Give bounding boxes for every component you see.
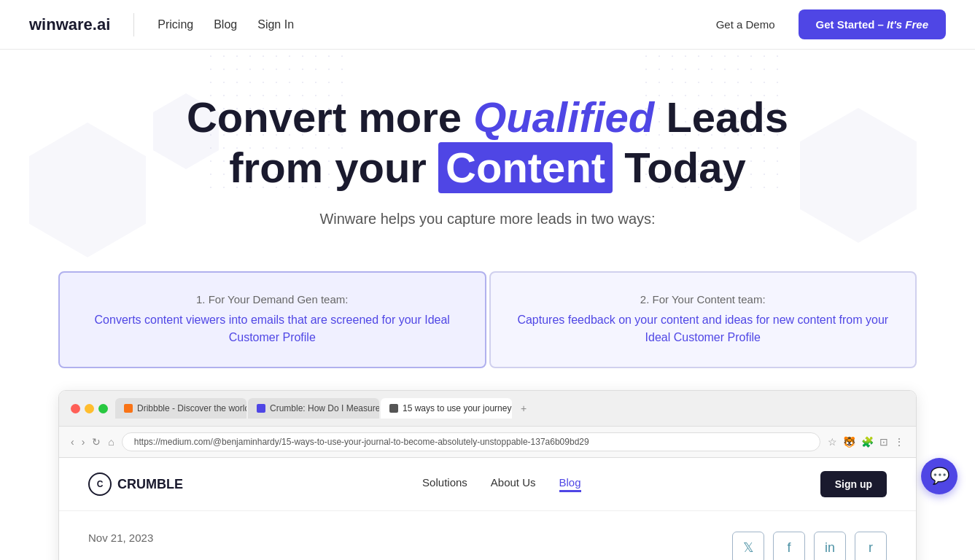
logo: winware.ai (29, 15, 110, 34)
browser-toolbar-icons: ☆ 🐯 🧩 ⊡ ⋮ (828, 436, 904, 448)
inner-link-blog[interactable]: Blog (559, 476, 581, 492)
card-text-2: Captures feedback on your content and id… (517, 311, 890, 346)
browser-tab-2[interactable]: 15 ways to use your journey to... ✕ (381, 398, 512, 419)
tab-label-1: Crumble: How Do I Measure... (270, 403, 379, 413)
tab-favicon-2 (389, 404, 398, 413)
bookmark-icon[interactable]: ☆ (828, 436, 837, 448)
browser-tab-1[interactable]: Crumble: How Do I Measure... ✕ (248, 398, 379, 419)
hero-title: Convert more Qualified Leads from your C… (29, 93, 946, 193)
nav-link-blog[interactable]: Blog (214, 18, 237, 31)
inner-content: Nov 21, 2023 𝕏 f in r (59, 511, 916, 560)
chat-bubble-button[interactable]: 💬 (921, 458, 957, 494)
inner-signup-button[interactable]: Sign up (820, 471, 887, 497)
get-started-button[interactable]: Get Started – It's Free (799, 9, 946, 39)
tab-label-0: Dribbble - Discover the world... (137, 403, 246, 413)
back-button[interactable]: ‹ (71, 436, 74, 448)
new-tab-button[interactable]: + (513, 398, 534, 419)
inner-logo-text: CRUMBLE (117, 477, 183, 492)
twitter-share-button[interactable]: 𝕏 (732, 532, 764, 560)
inner-logo: C CRUMBLE (88, 472, 183, 496)
inner-nav-links: Solutions About Us Blog (422, 476, 580, 492)
inner-logo-icon: C (88, 472, 112, 496)
home-button[interactable]: ⌂ (108, 436, 114, 448)
demo-button[interactable]: Get a Demo (704, 12, 787, 36)
nav-divider (133, 13, 134, 36)
nav-link-signin[interactable]: Sign In (257, 18, 294, 31)
started-label: Get Started – (816, 18, 887, 31)
reddit-share-button[interactable]: r (855, 532, 887, 560)
url-field[interactable]: https://medium.com/@benjaminhardy/15-way… (122, 432, 820, 451)
inner-page: C CRUMBLE Solutions About Us Blog Sign u… (59, 458, 916, 560)
tab-label-2: 15 ways to use your journey to... (403, 403, 512, 413)
tab-favicon-0 (124, 404, 133, 413)
forward-button[interactable]: › (82, 436, 85, 448)
browser-mockup: Dribbble - Discover the world... ✕ Crumb… (58, 390, 917, 560)
inner-link-about[interactable]: About Us (491, 476, 536, 492)
nav-link-pricing[interactable]: Pricing (158, 18, 193, 31)
browser-tab-bar: Dribbble - Discover the world... ✕ Crumb… (59, 391, 916, 427)
title-pre: Convert more (187, 93, 473, 141)
title-italic: Qualified (473, 93, 654, 141)
title-post: Leads (654, 93, 788, 141)
minimize-window-button[interactable] (85, 404, 94, 413)
social-share-icons: 𝕏 f in r (732, 532, 887, 560)
reload-button[interactable]: ↻ (92, 436, 101, 448)
extension-icon-1[interactable]: 🐯 (843, 436, 855, 448)
feature-cards: 1. For Your Demand Gen team: Converts co… (58, 271, 917, 368)
article-date: Nov 21, 2023 (88, 532, 153, 544)
card-number-2: 2. For Your Content team: (517, 293, 890, 306)
navbar: winware.ai Pricing Blog Sign In Get a De… (0, 0, 975, 50)
browser-window-controls (71, 404, 108, 413)
facebook-share-button[interactable]: f (773, 532, 805, 560)
inner-navbar: C CRUMBLE Solutions About Us Blog Sign u… (59, 458, 916, 511)
extension-icon-3[interactable]: ⊡ (879, 436, 888, 448)
browser-tab-0[interactable]: Dribbble - Discover the world... ✕ (115, 398, 246, 419)
started-italic: It's Free (887, 18, 928, 31)
menu-icon[interactable]: ⋮ (894, 436, 904, 448)
hero-subtitle: Winware helps you capture more leads in … (29, 211, 946, 228)
extension-icon-2[interactable]: 🧩 (861, 436, 874, 448)
inner-link-solutions[interactable]: Solutions (422, 476, 467, 492)
card-demand-gen: 1. For Your Demand Gen team: Converts co… (58, 271, 486, 368)
close-window-button[interactable] (71, 404, 80, 413)
title-highlight: Content (438, 142, 613, 194)
maximize-window-button[interactable] (98, 404, 108, 413)
logo-text: winware.ai (29, 15, 110, 34)
title-line2-pre: from your (229, 144, 438, 191)
tab-favicon-1 (257, 404, 265, 413)
linkedin-share-button[interactable]: in (814, 532, 846, 560)
card-number-1: 1. For Your Demand Gen team: (86, 293, 459, 306)
hero-section: Convert more Qualified Leads from your C… (0, 50, 975, 271)
card-text-1: Converts content viewers into emails tha… (86, 311, 459, 346)
nav-links: Pricing Blog Sign In (158, 18, 294, 31)
browser-url-bar: ‹ › ↻ ⌂ https://medium.com/@benjaminhard… (59, 427, 916, 458)
title-line2-post: Today (613, 144, 746, 191)
browser-tabs: Dribbble - Discover the world... ✕ Crumb… (115, 398, 904, 419)
card-content-team: 2. For Your Content team: Captures feedb… (489, 271, 917, 368)
